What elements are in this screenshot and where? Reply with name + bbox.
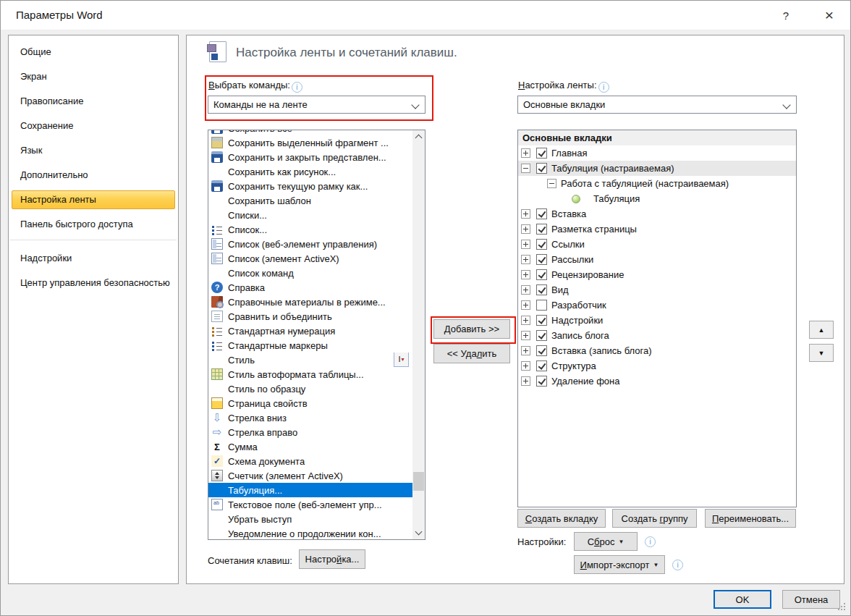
expand-plus-icon[interactable] <box>521 285 530 295</box>
expand-plus-icon[interactable] <box>521 148 530 158</box>
expand-plus-icon[interactable] <box>521 346 530 355</box>
tab-checkbox[interactable] <box>536 224 547 235</box>
tab-checkbox[interactable] <box>536 269 547 280</box>
tab-checkbox[interactable] <box>536 376 547 387</box>
import-export-button[interactable]: Импорт-экспорт▼ <box>574 555 665 574</box>
ribbon-tab-item[interactable]: Вставка <box>518 206 796 221</box>
command-item[interactable]: Стиль по образцу <box>208 381 412 396</box>
command-item[interactable]: Стиль <box>208 353 412 367</box>
ribbon-tab-item[interactable]: Структура <box>518 358 796 374</box>
command-item[interactable]: Табуляция... <box>208 483 412 497</box>
reset-button[interactable]: Сброс▼ <box>574 532 638 551</box>
tab-checkbox[interactable] <box>536 360 547 371</box>
expand-plus-icon[interactable] <box>521 255 530 264</box>
ribbon-tab-item[interactable]: Табуляция <box>518 191 796 206</box>
command-item[interactable]: Сохранить все <box>208 130 412 135</box>
tab-checkbox[interactable] <box>536 300 547 311</box>
sidebar-item[interactable]: Надстройки <box>12 249 175 268</box>
command-item[interactable]: Страница свойств <box>208 396 412 410</box>
command-item[interactable]: Сохранить выделенный фрагмент ... <box>208 135 412 150</box>
cancel-button[interactable]: Отмена <box>782 590 840 609</box>
ribbon-tab-item[interactable]: Главная <box>518 145 796 161</box>
expand-plus-icon[interactable] <box>521 209 530 219</box>
close-icon[interactable]: × <box>820 7 839 25</box>
scroll-down-icon[interactable] <box>412 527 425 539</box>
new-tab-button[interactable]: Создать вкладку <box>517 509 606 528</box>
collapse-minus-icon[interactable] <box>521 164 530 173</box>
command-item[interactable]: Сумма <box>208 439 412 454</box>
ribbon-tab-item[interactable]: Вставка (запись блога) <box>518 343 796 358</box>
command-item[interactable]: Сохранить шаблон <box>208 193 412 208</box>
ribbon-tab-item[interactable]: Разработчик <box>518 298 796 313</box>
command-item[interactable]: Список... <box>208 222 412 237</box>
customize-shortcuts-button[interactable]: Настройка... <box>299 549 365 569</box>
command-item[interactable]: Схема документа <box>208 454 412 468</box>
sidebar-item[interactable]: Правописание <box>12 92 175 111</box>
rename-button[interactable]: Переименовать... <box>705 509 796 528</box>
ribbon-tab-item[interactable]: Рецензирование <box>518 267 796 282</box>
expand-plus-icon[interactable] <box>521 331 530 340</box>
command-item[interactable]: Счетчик (элемент ActiveX) <box>208 468 412 483</box>
command-item[interactable]: Стандартная нумерация <box>208 324 412 338</box>
command-item[interactable]: Сохранить как рисунок... <box>208 164 412 179</box>
command-item[interactable]: Сохранить и закрыть представлен... <box>208 150 412 164</box>
command-item[interactable]: Стандартные маркеры <box>208 338 412 353</box>
ribbon-tab-item[interactable]: Табуляция (настраиваемая) <box>518 161 796 176</box>
sidebar-item[interactable]: Язык <box>12 141 175 160</box>
ribbon-tab-item[interactable]: Ссылки <box>518 237 796 252</box>
ribbon-tab-item[interactable]: Вид <box>518 282 796 298</box>
sidebar-item[interactable]: Центр управления безопасностью <box>12 274 175 292</box>
sidebar-item[interactable]: Сохранение <box>12 117 175 135</box>
add-button[interactable]: Добавить >> <box>433 319 510 339</box>
command-item[interactable]: Список (веб-элемент управления) <box>208 237 412 251</box>
ribbon-tab-item[interactable]: Надстройки <box>518 313 796 328</box>
help-icon[interactable]: ? <box>776 7 795 25</box>
expand-plus-icon[interactable] <box>521 224 530 234</box>
new-group-button[interactable]: Создать группу <box>612 509 697 528</box>
customize-ribbon-select[interactable]: Основные вкладки <box>517 96 797 114</box>
tab-checkbox[interactable] <box>536 315 547 326</box>
scroll-up-icon[interactable] <box>412 130 425 143</box>
ribbon-tab-item[interactable]: Удаление фона <box>518 374 796 389</box>
sidebar-item[interactable]: Дополнительно <box>12 166 175 185</box>
command-item[interactable]: Убрать выступ <box>208 512 412 526</box>
sidebar-item[interactable]: Экран <box>12 67 175 86</box>
ok-button[interactable]: OK <box>714 590 771 609</box>
expand-plus-icon[interactable] <box>521 300 530 310</box>
command-item[interactable]: Уведомление о продолжении кон... <box>208 526 412 540</box>
command-item[interactable]: Справка <box>208 280 412 295</box>
scrollbar-thumb[interactable] <box>413 472 424 491</box>
tab-checkbox[interactable] <box>536 148 547 159</box>
expand-plus-icon[interactable] <box>521 316 530 325</box>
ribbon-tab-item[interactable]: Запись блога <box>518 328 796 343</box>
tab-checkbox[interactable] <box>536 254 547 265</box>
tab-checkbox[interactable] <box>536 163 547 174</box>
command-item[interactable]: Стрелка вниз <box>208 410 412 425</box>
expand-plus-icon[interactable] <box>521 376 530 386</box>
command-item[interactable]: Стиль автоформата таблицы... <box>208 367 412 381</box>
tab-checkbox[interactable] <box>536 208 547 219</box>
sidebar-item[interactable]: Общие <box>12 43 175 62</box>
command-item[interactable]: Стрелка вправо <box>208 425 412 439</box>
tab-checkbox[interactable] <box>536 239 547 250</box>
command-item[interactable]: Список (элемент ActiveX) <box>208 251 412 266</box>
tab-checkbox[interactable] <box>536 330 547 341</box>
remove-button[interactable]: << Удалить <box>433 344 510 363</box>
command-item[interactable]: Сохранить текущую рамку как... <box>208 179 412 193</box>
move-up-icon[interactable]: ▲ <box>809 321 834 339</box>
collapse-minus-icon[interactable] <box>547 179 556 188</box>
ribbon-tab-item[interactable]: Рассылки <box>518 252 796 267</box>
command-item[interactable]: Справочные материалы в режиме... <box>208 295 412 309</box>
style-combo-widget[interactable] <box>394 353 409 367</box>
sidebar-item[interactable]: Панель быстрого доступа <box>12 215 175 234</box>
resize-grip[interactable] <box>838 603 847 612</box>
move-down-icon[interactable]: ▼ <box>809 344 834 362</box>
ribbon-tab-item[interactable]: Разметка страницы <box>518 221 796 237</box>
expand-plus-icon[interactable] <box>521 240 530 249</box>
command-item[interactable]: Текстовое поле (веб-элемент упр... <box>208 497 412 512</box>
tab-checkbox[interactable] <box>536 345 547 356</box>
command-item[interactable]: Сравнить и объединить <box>208 309 412 324</box>
ribbon-tab-item[interactable]: Работа с табуляцией (настраиваемая) <box>518 176 796 191</box>
tab-checkbox[interactable] <box>536 284 547 295</box>
expand-plus-icon[interactable] <box>521 361 530 371</box>
